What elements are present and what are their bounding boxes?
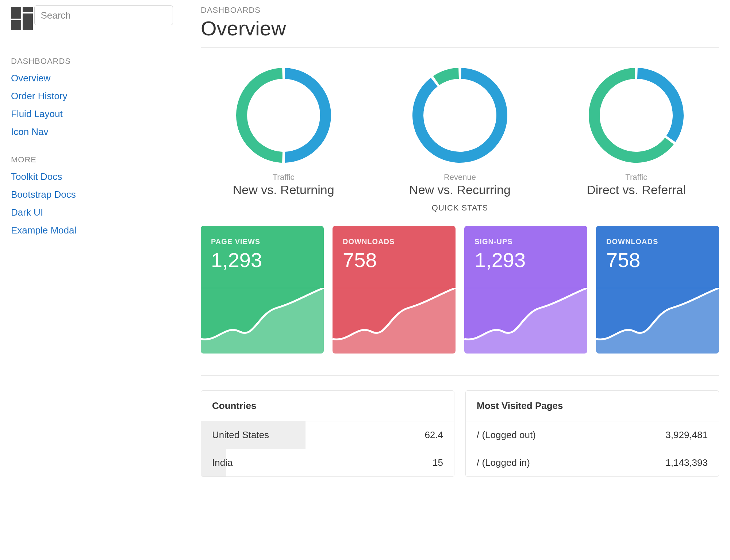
sidebar-item-bootstrap-docs[interactable]: Bootstrap Docs	[11, 189, 190, 200]
table-row: India 15	[201, 449, 454, 477]
sidebar-item-fluid-layout[interactable]: Fluid Layout	[11, 108, 190, 120]
donut-chart	[231, 62, 337, 168]
table-title: Most Visited Pages	[466, 391, 719, 421]
sidebar-item-order-history[interactable]: Order History	[11, 90, 190, 102]
stat-value: 758	[606, 248, 709, 272]
nav-section-dashboards: DASHBOARDS Overview Order History Fluid …	[11, 57, 190, 138]
page-name-cell: / (Logged out)	[466, 421, 607, 449]
stat-value: 1,293	[474, 248, 577, 272]
donut-card-traffic-new-returning: Traffic New vs. Returning	[201, 62, 366, 197]
sidebar-item-dark-ui[interactable]: Dark UI	[11, 207, 190, 218]
stat-card-sign-ups: SIGN-UPS 1,293	[464, 226, 587, 354]
country-name-cell: United States	[201, 421, 368, 449]
donut-card-traffic-direct-referral: Traffic Direct vs. Referral	[554, 62, 719, 197]
stat-value: 758	[343, 248, 445, 272]
sparkline-chart	[333, 288, 456, 354]
sidebar-item-overview[interactable]: Overview	[11, 73, 190, 84]
table-title: Countries	[201, 391, 454, 421]
tables-row: Countries United States 62.4 India	[201, 390, 719, 477]
sidebar-item-example-modal[interactable]: Example Modal	[11, 225, 190, 236]
stat-label: PAGE VIEWS	[211, 237, 314, 246]
sidebar-item-toolkit-docs[interactable]: Toolkit Docs	[11, 171, 190, 182]
stat-row: PAGE VIEWS 1,293 DOWNLOADS 758 SIGN-UPS	[201, 226, 719, 354]
nav-section-more: MORE Toolkit Docs Bootstrap Docs Dark UI…	[11, 155, 190, 236]
stat-card-downloads: DOWNLOADS 758	[333, 226, 456, 354]
donut-kicker: Traffic	[201, 173, 366, 182]
quick-stats-divider: QUICK STATS	[201, 208, 719, 208]
donut-row: Traffic New vs. Returning Revenue New vs…	[201, 62, 719, 197]
search-input[interactable]	[34, 5, 173, 25]
stat-label: DOWNLOADS	[606, 237, 709, 246]
country-value-cell: 62.4	[368, 421, 454, 449]
stat-card-downloads-2: DOWNLOADS 758	[596, 226, 719, 354]
stat-label: SIGN-UPS	[474, 237, 577, 246]
stat-card-page-views: PAGE VIEWS 1,293	[201, 226, 324, 354]
stat-value: 1,293	[211, 248, 314, 272]
stat-label: DOWNLOADS	[343, 237, 445, 246]
page-value-cell: 3,929,481	[607, 421, 719, 449]
country-value-cell: 15	[368, 449, 454, 477]
page-title: Overview	[201, 16, 719, 48]
page-value-cell: 1,143,393	[607, 449, 719, 477]
table-row: / (Logged out) 3,929,481	[466, 421, 719, 449]
nav-heading: MORE	[11, 155, 190, 165]
page-name-cell: / (Logged in)	[466, 449, 607, 477]
table-countries: Countries United States 62.4 India	[201, 390, 454, 477]
donut-kicker: Traffic	[554, 173, 719, 182]
donut-kicker: Revenue	[377, 173, 542, 182]
donut-chart	[583, 62, 689, 168]
donut-title: Direct vs. Referral	[554, 183, 719, 197]
country-name-cell: India	[201, 449, 368, 477]
table-row: / (Logged in) 1,143,393	[466, 449, 719, 477]
main-content: DASHBOARDS Overview Traffic New vs. Retu…	[201, 5, 719, 477]
table-row: United States 62.4	[201, 421, 454, 449]
donut-card-revenue-new-recurring: Revenue New vs. Recurring	[377, 62, 542, 197]
donut-title: New vs. Returning	[201, 183, 366, 197]
sparkline-chart	[464, 288, 587, 354]
sparkline-chart	[201, 288, 324, 354]
header-kicker: DASHBOARDS	[201, 5, 719, 15]
sparkline-chart	[596, 288, 719, 354]
quick-stats-heading: QUICK STATS	[425, 203, 495, 213]
logo-icon	[11, 7, 33, 30]
sidebar-item-icon-nav[interactable]: Icon Nav	[11, 126, 190, 138]
donut-title: New vs. Recurring	[377, 183, 542, 197]
sidebar: DASHBOARDS Overview Order History Fluid …	[11, 5, 190, 477]
table-pages: Most Visited Pages / (Logged out) 3,929,…	[465, 390, 719, 477]
donut-chart	[407, 62, 513, 168]
nav-heading: DASHBOARDS	[11, 57, 190, 66]
